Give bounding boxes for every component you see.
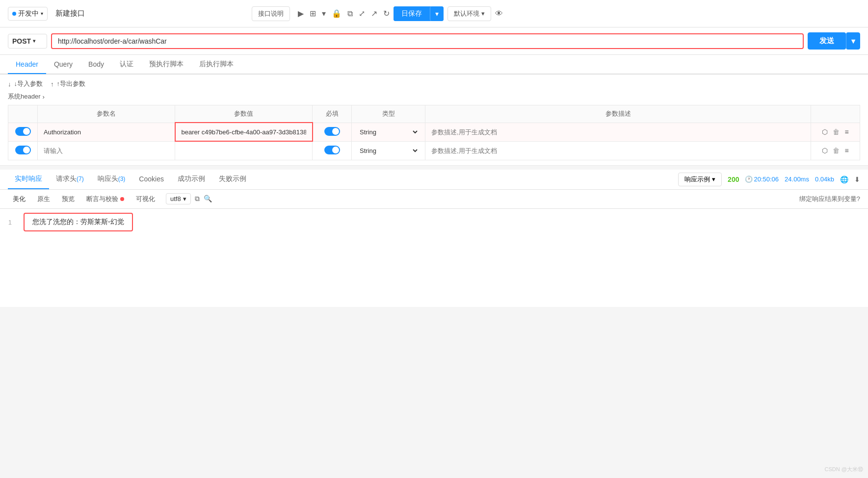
row2-cube-icon[interactable]: ⬡ <box>822 147 828 154</box>
send-button[interactable]: 发送 <box>808 32 846 50</box>
row2-menu-icon[interactable]: ≡ <box>844 147 848 154</box>
row2-desc-input[interactable] <box>431 147 805 154</box>
col-type-header: 类型 <box>352 105 425 123</box>
response-tab-fail[interactable]: 失败示例 <box>212 170 253 189</box>
system-header-chevron-icon: › <box>42 93 44 101</box>
response-tab-req-headers[interactable]: 请求头(7) <box>49 170 91 189</box>
view-tabs-bar: 美化 原生 预览 断言与校验 可视化 utf8 ▾ ⧉ 🔍 绑定响应结果到变量? <box>0 190 868 209</box>
col-desc-header: 参数描述 <box>425 105 811 123</box>
response-tab-cookies[interactable]: Cookies <box>132 170 171 189</box>
tab-post-script[interactable]: 后执行脚本 <box>191 55 241 75</box>
import-icon: ↓ <box>8 80 11 88</box>
eye-icon[interactable]: 👁 <box>495 9 503 18</box>
import-params-button[interactable]: ↓ ↓导入参数 <box>8 79 43 88</box>
env-selector[interactable]: 开发中 ▾ <box>8 7 48 21</box>
save-dropdown-button[interactable]: ▾ <box>430 6 444 21</box>
chevron-down-icon[interactable]: ▾ <box>322 9 326 18</box>
grid-icon[interactable]: ⊞ <box>310 9 316 18</box>
row1-menu-icon[interactable]: ≡ <box>844 128 848 136</box>
url-bar: POST ▾ http://localhost/order-a/car/wash… <box>0 27 868 55</box>
row1-value-cell <box>175 123 313 141</box>
refresh-icon[interactable]: ↻ <box>383 9 390 18</box>
response-tab-success[interactable]: 成功示例 <box>171 170 212 189</box>
row1-type-cell: String Integer Boolean <box>352 123 425 141</box>
send-dropdown-button[interactable]: ▾ <box>846 32 860 50</box>
col-name-header: 参数名 <box>38 105 175 123</box>
export-params-label: ↑导出参数 <box>56 79 86 88</box>
env-label: 开发中 <box>18 9 39 18</box>
row1-cube-icon[interactable]: ⬡ <box>822 128 828 136</box>
response-example-dropdown[interactable]: 响应示例 ▾ <box>678 173 722 186</box>
tab-pre-script[interactable]: 预执行脚本 <box>141 55 191 75</box>
bind-result-label: 绑定响应结果到变量? <box>799 195 860 202</box>
top-bar: 开发中 ▾ 接口说明 ▶ ⊞ ▾ 🔒 ⧉ ⤢ ↗ ↻ 日保存 ▾ 默认环境 ▾ … <box>0 0 868 27</box>
send-button-group[interactable]: 发送 ▾ <box>808 32 860 50</box>
tab-query[interactable]: Query <box>46 55 80 74</box>
row1-toggle[interactable] <box>15 127 31 136</box>
view-tab-beautify[interactable]: 美化 <box>8 193 30 205</box>
row2-toggle-cell <box>8 141 38 160</box>
row2-value-input[interactable] <box>181 147 306 154</box>
view-icons: ⧉ 🔍 <box>195 195 212 203</box>
share-icon[interactable]: ↗ <box>371 9 377 18</box>
res-headers-badge: (3) <box>118 176 126 182</box>
view-tab-raw[interactable]: 原生 <box>32 193 55 205</box>
response-example-chevron-icon: ▾ <box>712 176 715 183</box>
row2-name-input[interactable] <box>44 147 169 154</box>
system-header[interactable]: 系统header › <box>8 92 860 101</box>
expand-icon[interactable]: ⤢ <box>359 9 365 18</box>
copy-response-icon[interactable]: ⧉ <box>195 195 200 203</box>
row2-type-select[interactable]: String Integer <box>358 147 419 155</box>
clock-icon: 🕐 <box>745 176 753 183</box>
view-tab-assert[interactable]: 断言与校验 <box>81 193 129 205</box>
api-name-input[interactable] <box>52 7 248 20</box>
row2-delete-icon[interactable]: 🗑 <box>833 147 840 154</box>
copy-icon[interactable]: ⧉ <box>347 9 353 18</box>
params-table: 参数名 参数值 必填 类型 参数描述 <box>8 105 860 160</box>
save-button[interactable]: 日保存 <box>394 6 430 21</box>
encoding-select[interactable]: utf8 ▾ <box>166 193 191 204</box>
export-params-button[interactable]: ↑ ↑导出参数 <box>51 79 85 88</box>
tab-auth[interactable]: 认证 <box>112 55 141 75</box>
tab-body[interactable]: Body <box>80 55 112 74</box>
bind-result[interactable]: 绑定响应结果到变量? <box>799 195 860 203</box>
method-label: POST <box>12 37 31 45</box>
play-icon[interactable]: ▶ <box>298 9 304 18</box>
row1-value-input[interactable] <box>182 128 306 136</box>
row2-toggle[interactable] <box>15 146 31 154</box>
view-tab-visualize[interactable]: 可视化 <box>131 193 160 205</box>
row2-name-cell <box>38 141 175 160</box>
row1-delete-icon[interactable]: 🗑 <box>833 128 840 136</box>
download-icon[interactable]: ⬇ <box>854 176 860 183</box>
response-tab-res-headers[interactable]: 响应头(3) <box>91 170 132 189</box>
method-select[interactable]: POST ▾ <box>8 34 47 49</box>
row2-actions-cell: ⬡ 🗑 ≡ <box>811 141 860 160</box>
view-tab-preview[interactable]: 预览 <box>57 193 79 205</box>
time-info: 🕐 20:50:06 <box>745 176 779 183</box>
row1-desc-input[interactable] <box>431 128 805 136</box>
row2-required-toggle[interactable] <box>324 146 340 154</box>
line-number-1: 1 <box>0 213 20 232</box>
system-header-label: 系统header <box>8 92 40 101</box>
response-tab-realtime[interactable]: 实时响应 <box>8 170 49 189</box>
desc-button[interactable]: 接口说明 <box>252 6 290 21</box>
row1-name-input[interactable] <box>44 128 169 136</box>
col-toggle-header <box>8 105 38 123</box>
env-button[interactable]: 默认环境 ▾ <box>447 6 491 21</box>
export-icon: ↑ <box>51 80 54 88</box>
row1-type-select[interactable]: String Integer Boolean <box>358 128 419 136</box>
url-display[interactable]: http://localhost/order-a/car/washCar <box>58 37 167 45</box>
row1-required-toggle[interactable] <box>324 127 340 136</box>
response-duration: 24.00ms <box>785 176 809 183</box>
search-icon[interactable]: 🔍 <box>204 195 212 203</box>
tab-header[interactable]: Header <box>8 55 46 74</box>
params-section: ↓ ↓导入参数 ↑ ↑导出参数 系统header › 参数名 参数值 必填 类型… <box>0 75 868 166</box>
row1-name-cell <box>38 123 175 141</box>
tabs-bar: Header Query Body 认证 预执行脚本 后执行脚本 <box>0 55 868 75</box>
method-chevron-icon: ▾ <box>33 38 35 44</box>
globe-icon[interactable]: 🌐 <box>840 176 848 183</box>
row2-required-cell <box>313 141 352 160</box>
lock-icon[interactable]: 🔒 <box>332 9 342 18</box>
save-button-group[interactable]: 日保存 ▾ <box>394 6 444 21</box>
row1-actions-cell: ⬡ 🗑 ≡ <box>811 123 860 141</box>
